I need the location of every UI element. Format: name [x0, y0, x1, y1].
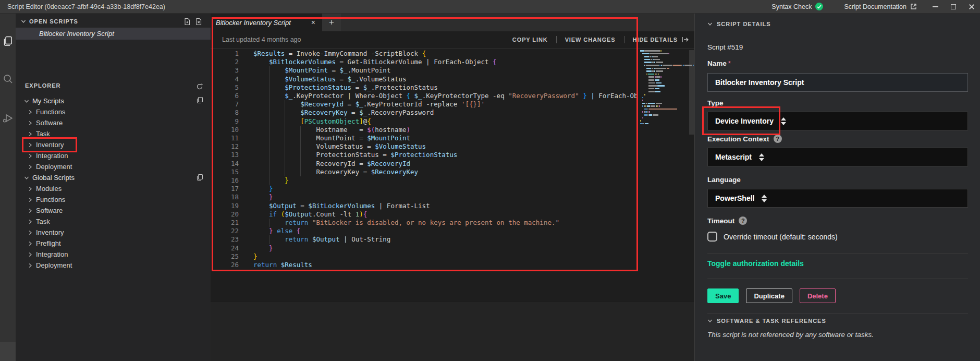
chevron-down-icon: [707, 318, 713, 323]
execution-context-select[interactable]: Metascript: [707, 148, 968, 166]
maximize-button[interactable]: [951, 4, 956, 9]
chevron-right-icon: [28, 208, 33, 213]
select-stepper-icon: [762, 195, 767, 202]
code-line[interactable]: 21 return "BitLocker is disabled, or no …: [211, 219, 638, 227]
code-line[interactable]: 2 $BitlockerVolumes = Get-BitLockerVolum…: [211, 58, 638, 66]
tree-item-functions[interactable]: Functions: [16, 106, 211, 117]
override-timeout-checkbox[interactable]: [707, 232, 717, 242]
code-line[interactable]: 17 }: [211, 185, 638, 193]
name-field[interactable]: Bitlocker Inventory Script: [707, 73, 968, 92]
open-scripts-label: OPEN SCRIPTS: [29, 18, 78, 25]
code-line[interactable]: 24 }: [211, 244, 638, 252]
tree-item-integration[interactable]: Integration: [16, 249, 211, 260]
line-number: 6: [211, 92, 239, 100]
line-number: 16: [211, 176, 239, 185]
toggle-authorization-link[interactable]: Toggle authorization details: [707, 259, 804, 268]
line-number: 15: [211, 168, 239, 176]
help-icon[interactable]: ?: [774, 135, 782, 143]
tree-item-label: Integration: [36, 250, 68, 258]
run-debug-icon[interactable]: [2, 112, 14, 125]
code-line[interactable]: 14 RecoveryId = $RecoveryId: [211, 160, 638, 168]
tree-item-task[interactable]: Task: [16, 216, 211, 227]
divider: [707, 279, 968, 279]
sidebar: OPEN SCRIPTS Bitlocker Inventory Script …: [16, 14, 211, 361]
code-line[interactable]: 10 Hostname = $(hostname): [211, 126, 638, 134]
help-icon[interactable]: ?: [739, 216, 747, 225]
open-scripts-header[interactable]: OPEN SCRIPTS: [21, 18, 78, 25]
search-icon[interactable]: [2, 73, 14, 86]
code-line[interactable]: 5 $ProtectionStatus = $_.ProtectionStatu…: [211, 83, 638, 92]
code-line[interactable]: 15 RecoveryKey = $RecoveryKey: [211, 168, 638, 176]
code-line[interactable]: 11 MountPoint = $MountPoint: [211, 134, 638, 142]
tab-close-icon[interactable]: ×: [310, 18, 317, 27]
code-line[interactable]: 6 $_.KeyProtector | Where-Object { $_.Ke…: [211, 92, 638, 100]
tree-item-functions[interactable]: Functions: [16, 194, 211, 205]
editor-scrollbar[interactable]: [689, 50, 694, 135]
discard-file-icon[interactable]: [195, 18, 202, 26]
required-asterisk: *: [728, 59, 731, 67]
language-select[interactable]: PowerShell: [707, 189, 968, 208]
minimap[interactable]: [640, 50, 688, 126]
script-documentation-link[interactable]: Script Documentation: [844, 3, 917, 10]
open-script-item-label: Bitlocker Inventory Script: [39, 30, 114, 38]
type-select[interactable]: Device Inventory: [707, 112, 968, 130]
tree-item-software[interactable]: Software: [16, 117, 211, 128]
code-line[interactable]: 23 return $Output | Out-String: [211, 235, 638, 244]
open-script-item[interactable]: Bitlocker Inventory Script: [16, 28, 211, 40]
code-line[interactable]: 18 }: [211, 193, 638, 201]
code-line[interactable]: 7 $RecoveryId = $_.KeyProtectorId -repla…: [211, 100, 638, 109]
tree-item-label: Functions: [36, 108, 65, 116]
explorer-tree: My ScriptsFunctionsSoftwareTaskInventory…: [16, 95, 211, 271]
code-line[interactable]: 22 } else {: [211, 227, 638, 235]
copy-link-button[interactable]: COPY LINK: [512, 37, 548, 43]
software-task-references-header[interactable]: SOFTWARE & TASK REFERENCES: [707, 318, 826, 324]
code-line[interactable]: 16 }: [211, 176, 638, 185]
code-line[interactable]: 20 if ($Output.Count -lt 1){: [211, 210, 638, 219]
delete-button[interactable]: Delete: [800, 288, 836, 303]
tab-bitlocker-inventory-script[interactable]: Bitlocker Inventory Script ×: [211, 14, 322, 31]
tree-item-deployment[interactable]: Deployment: [16, 161, 211, 172]
divider: [707, 254, 968, 254]
new-file-icon[interactable]: [183, 18, 191, 26]
chevron-right-icon: [28, 131, 33, 137]
tree-item-inventory[interactable]: Inventory: [16, 139, 211, 150]
minimize-button[interactable]: [933, 6, 938, 7]
code-editor[interactable]: 1$Results = Invoke-ImmyCommand -ScriptBl…: [211, 49, 694, 301]
tree-item-global-scripts[interactable]: Global Scripts: [16, 172, 211, 183]
script-details-header[interactable]: SCRIPT DETAILS: [707, 21, 771, 27]
tree-item-modules[interactable]: Modules: [16, 183, 211, 194]
code-line[interactable]: 19 $Output = $BitLockerVolumes | Format-…: [211, 202, 638, 210]
code-line[interactable]: 13 ProtectionStatus = $ProtectionStatus: [211, 151, 638, 159]
editor-info-bar: Last updated 4 months ago COPY LINK VIEW…: [211, 31, 694, 49]
syntax-check-status[interactable]: Syntax Check: [771, 3, 823, 10]
hide-details-button[interactable]: HIDE DETAILS: [633, 37, 689, 43]
new-tab-button[interactable]: +: [322, 14, 341, 31]
tree-item-label: Global Scripts: [32, 174, 75, 182]
close-button[interactable]: [969, 4, 975, 10]
code-line[interactable]: 1$Results = Invoke-ImmyCommand -ScriptBl…: [211, 50, 638, 58]
code-line[interactable]: 9 [PSCustomObject]@{: [211, 117, 638, 126]
tree-item-preflight[interactable]: Preflight: [16, 238, 211, 249]
code-line[interactable]: 26return $Results: [211, 261, 638, 269]
save-button[interactable]: Save: [707, 288, 739, 303]
code-line[interactable]: 3 $MountPoint = $_.MountPoint: [211, 66, 638, 75]
tree-item-deployment[interactable]: Deployment: [16, 260, 211, 271]
code-line[interactable]: 25}: [211, 252, 638, 261]
refresh-icon[interactable]: [196, 83, 203, 90]
line-number: 4: [211, 75, 239, 83]
tree-item-software[interactable]: Software: [16, 205, 211, 216]
view-changes-button[interactable]: VIEW CHANGES: [565, 37, 616, 43]
tree-item-inventory[interactable]: Inventory: [16, 227, 211, 238]
line-number: 25: [211, 252, 239, 261]
tree-item-integration[interactable]: Integration: [16, 150, 211, 161]
tree-item-my-scripts[interactable]: My Scripts: [16, 95, 211, 106]
files-icon[interactable]: [2, 35, 14, 47]
code-line[interactable]: 4 $VolumeStatus = $_.VolumeStatus: [211, 75, 638, 83]
code-lines[interactable]: 1$Results = Invoke-ImmyCommand -ScriptBl…: [211, 50, 638, 269]
code-line[interactable]: 12 VolumeStatus = $VolumeStatus: [211, 142, 638, 151]
divider: [707, 314, 968, 314]
tree-item-task[interactable]: Task: [16, 128, 211, 139]
tree-item-label: Inventory: [36, 141, 64, 149]
duplicate-button[interactable]: Duplicate: [746, 288, 792, 303]
code-line[interactable]: 8 $RecoveryKey = $_.RecoveryPassword: [211, 109, 638, 117]
